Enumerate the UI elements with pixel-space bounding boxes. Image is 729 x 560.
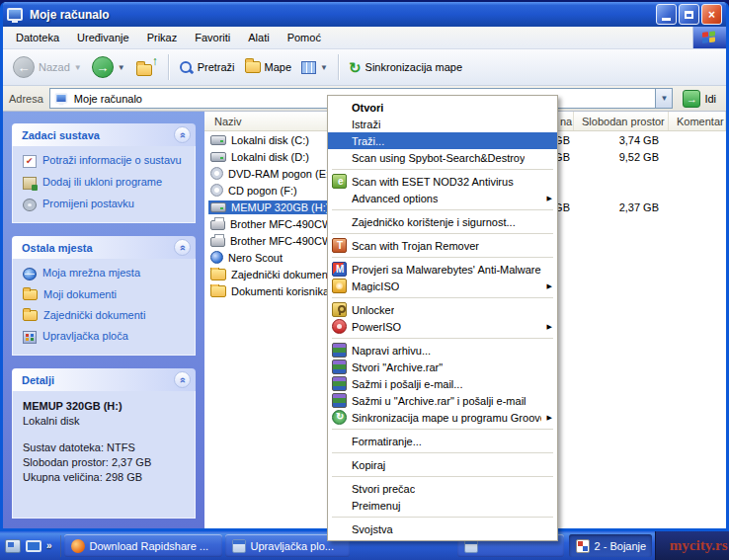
system-tray: mycity.rs bbox=[655, 531, 729, 560]
menu-icon-gutter bbox=[332, 191, 347, 205]
menubar-item-ure-ivanje[interactable]: Uređivanje bbox=[68, 28, 138, 47]
windows-flag-icon bbox=[702, 31, 717, 45]
submenu-arrow-icon: ▶ bbox=[547, 323, 552, 331]
monitor-icon[interactable] bbox=[26, 540, 41, 552]
sidebar-item-zajedni-ki-dokumenti[interactable]: Zajednički dokumenti bbox=[23, 309, 191, 322]
views-dropdown-icon[interactable] bbox=[320, 63, 328, 72]
folder-sync-button[interactable]: Sinkronizacija mape bbox=[345, 58, 466, 77]
context-menu-item-preimenuj[interactable]: Preimenuj bbox=[328, 497, 557, 514]
task-label: Upravljačka ploča bbox=[42, 330, 128, 343]
context-menu-item-advanced-options[interactable]: Advanced options▶ bbox=[328, 190, 557, 206]
file-name: Lokalni disk (D:) bbox=[231, 151, 309, 163]
menubar-item-alati[interactable]: Alati bbox=[239, 28, 278, 47]
context-menu-item-sa-mi-i-po-alji-e-mail[interactable]: Sažmi i pošalji e-mail... bbox=[328, 375, 557, 392]
detail-line: Slobodan prostor: 2,37 GB bbox=[23, 455, 191, 470]
column-header-free-space[interactable]: Slobodan prostor bbox=[574, 112, 669, 130]
back-dropdown-icon[interactable] bbox=[74, 63, 82, 72]
maximize-button[interactable] bbox=[679, 4, 699, 25]
taskbar-button-download-rapidshare[interactable]: Download Rapidshare ... bbox=[64, 534, 222, 557]
unlocker-icon bbox=[332, 302, 347, 317]
sidebar-item-moji-dokumenti[interactable]: Moji dokumenti bbox=[23, 288, 191, 301]
taskbar-button-2-bojanje[interactable]: 2 - Bojanje bbox=[569, 534, 652, 557]
task-panel-ostala-mjesta: Ostala mjestaMoja mrežna mjestaMoji doku… bbox=[12, 236, 196, 356]
quick-launch-overflow-chevron[interactable]: » bbox=[46, 540, 52, 551]
printer-icon bbox=[210, 237, 225, 247]
context-menu-item-stvori-archive-rar[interactable]: Stvori "Archive.rar" bbox=[328, 359, 557, 375]
details-body: MEMUP 320GB (H:)Lokalni diskSustav datot… bbox=[12, 391, 196, 519]
context-menu-item-provjeri-sa-malwarebytes-anti-malware[interactable]: Provjeri sa Malwarebytes' Anti-Malware bbox=[328, 261, 557, 278]
eset-icon bbox=[332, 174, 347, 189]
titlebar: Moje računalo bbox=[3, 2, 726, 27]
menubar-item-pomo[interactable]: Pomoć bbox=[279, 28, 330, 47]
watermark: mycity.rs bbox=[670, 537, 728, 554]
context-menu-item-formatiranje[interactable]: Formatiranje... bbox=[328, 433, 557, 449]
add-remove-icon bbox=[23, 177, 37, 190]
context-menu-item-svojstva[interactable]: Svojstva bbox=[328, 520, 557, 537]
panel-header-zadaci-sustava[interactable]: Zadaci sustava bbox=[12, 123, 196, 146]
context-menu-item-scan-with-eset-nod32-antivirus[interactable]: Scan with ESET NOD32 Antivirus bbox=[328, 173, 557, 190]
minimize-button[interactable] bbox=[656, 4, 677, 25]
sidebar-item-dodaj-ili-ukloni-programe[interactable]: Dodaj ili ukloni programe bbox=[23, 176, 191, 190]
context-menu-item-napravi-arhivu[interactable]: Napravi arhivu... bbox=[328, 342, 557, 359]
sidebar-item-potra-i-informacije-o-sustavu[interactable]: Potraži informacije o sustavu bbox=[23, 154, 191, 168]
up-button[interactable] bbox=[131, 55, 162, 79]
panel-header-details[interactable]: Detalji bbox=[12, 368, 196, 391]
drive-icon bbox=[210, 135, 226, 145]
views-button[interactable] bbox=[297, 59, 332, 76]
file-name-selection: DVD-RAM pogon (E:) bbox=[208, 166, 336, 181]
context-menu-item-scan-with-trojan-remover[interactable]: Scan with Trojan Remover bbox=[328, 237, 557, 254]
address-dropdown-button[interactable] bbox=[655, 89, 672, 108]
context-menu-item-magiciso[interactable]: MagicISO▶ bbox=[328, 278, 557, 294]
show-desktop-icon[interactable] bbox=[5, 539, 21, 553]
folders-button[interactable]: Mape bbox=[241, 59, 296, 75]
desktop: Moje računalo DatotekaUređivanjePrikazFa… bbox=[0, 0, 729, 560]
file-name-selection: Zajednički dokumenti bbox=[208, 268, 336, 281]
chevron-up-icon[interactable] bbox=[174, 371, 191, 388]
context-menu-item-otvori[interactable]: Otvori bbox=[328, 99, 557, 116]
file-name-selection: Lokalni disk (D:) bbox=[208, 150, 312, 164]
chevron-up-icon[interactable] bbox=[174, 239, 191, 256]
sidebar-item-promijeni-postavku[interactable]: Promijeni postavku bbox=[23, 198, 191, 211]
menubar-items: DatotekaUređivanjePrikazFavoritiAlatiPom… bbox=[7, 28, 330, 47]
menu-item-label: Stvori prečac bbox=[352, 483, 415, 495]
context-menu-item-istra-i[interactable]: Istraži bbox=[328, 116, 557, 132]
context-menu: OtvoriIstražiTraži...Scan using Spybot-S… bbox=[327, 95, 558, 541]
trojan-remover-icon bbox=[332, 238, 347, 253]
back-button[interactable]: Nazad bbox=[9, 54, 86, 80]
go-button[interactable]: Idi bbox=[679, 90, 720, 108]
context-menu-item-scan-using-spybot-search-destroy[interactable]: Scan using Spybot-Search&Destroy bbox=[328, 149, 557, 166]
file-name: Zajednički dokumenti bbox=[231, 269, 333, 280]
sidebar-item-moja-mre-na-mjesta[interactable]: Moja mrežna mjesta bbox=[23, 267, 191, 280]
menu-icon-gutter bbox=[332, 150, 347, 165]
panel-header-ostala-mjesta[interactable]: Ostala mjesta bbox=[12, 236, 196, 259]
file-name: DVD-RAM pogon (E:) bbox=[228, 168, 333, 180]
context-menu-item-poweriso[interactable]: PowerISO▶ bbox=[328, 318, 557, 335]
context-menu-item-sa-mi-u-archive-rar-i-po-alji-e-mail[interactable]: Sažmi u "Archive.rar" i pošalji e-mail bbox=[328, 392, 557, 409]
menu-item-label: Preimenuj bbox=[352, 500, 401, 512]
menubar-item-favoriti[interactable]: Favoriti bbox=[186, 28, 239, 47]
task-label: Moji dokumenti bbox=[43, 288, 117, 301]
menu-item-label: Traži... bbox=[352, 135, 384, 147]
sidebar-item-upravlja-ka-plo-a[interactable]: Upravljačka ploča bbox=[23, 330, 191, 344]
menubar-item-datoteka[interactable]: Datoteka bbox=[7, 28, 68, 47]
menu-icon-gutter bbox=[332, 117, 347, 131]
search-button[interactable]: Pretraži bbox=[175, 58, 239, 77]
column-header-comment[interactable]: Komentar bbox=[669, 112, 726, 130]
menu-item-label: Otvori bbox=[352, 102, 383, 114]
menu-item-label: MagicISO bbox=[352, 280, 399, 292]
forward-button[interactable] bbox=[88, 54, 129, 80]
chevron-up-icon[interactable] bbox=[174, 126, 191, 143]
context-menu-item-stvori-pre-ac[interactable]: Stvori prečac bbox=[328, 480, 557, 497]
forward-dropdown-icon[interactable] bbox=[118, 63, 125, 72]
menu-separator bbox=[332, 476, 553, 477]
context-menu-item-sinkronizacija-mape-u-programu-groove[interactable]: Sinkronizacija mape u programu Groove▶ bbox=[328, 409, 557, 426]
context-menu-item-kopiraj[interactable]: Kopiraj bbox=[328, 456, 557, 473]
menubar-item-prikaz[interactable]: Prikaz bbox=[138, 28, 187, 47]
context-menu-item-zajedni-ko-kori-tenje-i-sigurnost[interactable]: Zajedničko korištenje i sigurnost... bbox=[328, 213, 557, 230]
magiciso-icon bbox=[332, 279, 347, 293]
context-menu-item-tra-i[interactable]: Traži... bbox=[328, 132, 557, 149]
context-menu-item-unlocker[interactable]: Unlocker bbox=[328, 301, 557, 318]
panel-body: Moja mrežna mjestaMoji dokumentiZajednič… bbox=[12, 259, 196, 356]
close-button[interactable] bbox=[701, 4, 722, 25]
menu-item-label: Scan with Trojan Remover bbox=[352, 240, 479, 252]
